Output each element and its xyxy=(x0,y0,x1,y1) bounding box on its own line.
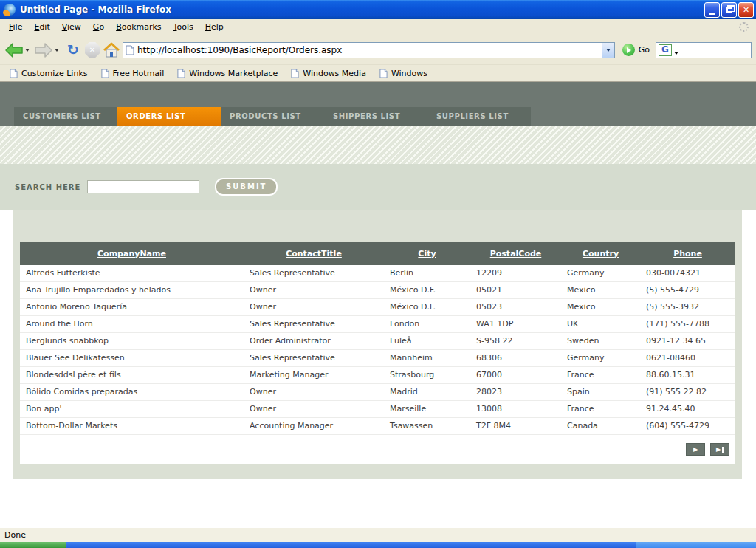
minimize-button[interactable] xyxy=(704,2,720,18)
title-bar: Untitled Page - Mozilla Firefox ✕ xyxy=(0,0,756,19)
menu-item[interactable]: Go xyxy=(87,20,110,34)
column-header-link[interactable]: CompanyName xyxy=(20,249,244,258)
menu-item[interactable]: File xyxy=(3,20,28,34)
google-logo-icon[interactable]: G xyxy=(659,44,672,56)
cell-contact-title: Owner xyxy=(244,282,384,299)
forward-button[interactable] xyxy=(34,42,59,58)
go-button[interactable]: Go xyxy=(622,44,650,56)
cell-postal-code: 12209 xyxy=(470,265,561,282)
address-bar[interactable]: http://localhost:1090/BasicReport/Orders… xyxy=(123,42,615,58)
url-text[interactable]: http://localhost:1090/BasicReport/Orders… xyxy=(137,45,602,55)
menu-item[interactable]: View xyxy=(56,20,87,34)
cell-country: UK xyxy=(561,316,640,333)
forward-arrow-icon xyxy=(34,42,53,58)
cell-city: Berlin xyxy=(384,265,470,282)
go-arrow-icon xyxy=(622,44,635,56)
table-row: Berglunds snabbköp Order Administrator L… xyxy=(20,333,735,350)
cell-country: Mexico xyxy=(561,299,640,316)
home-button[interactable] xyxy=(102,41,121,60)
bookmark-item[interactable]: Windows Marketplace xyxy=(171,69,284,78)
close-button[interactable]: ✕ xyxy=(738,2,754,18)
cell-contact-title: Sales Representative xyxy=(244,316,384,333)
stop-button[interactable]: ✕ xyxy=(83,41,102,60)
forward-dropdown-icon[interactable] xyxy=(55,49,59,52)
cell-postal-code: 05023 xyxy=(470,299,561,316)
cell-country: Germany xyxy=(561,265,640,282)
web-search-input[interactable]: G xyxy=(656,42,752,58)
tab-label: SUPPLIERS LIST xyxy=(436,112,509,120)
bookmark-item[interactable]: Customize Links xyxy=(3,69,94,78)
grid-body: Alfreds Futterkiste Sales Representative… xyxy=(20,265,735,435)
site-tab-strip: CUSTOMERS LIST ORDERS LIST PRODUCTS LIST… xyxy=(14,107,531,126)
site-nav-tab[interactable]: SUPPLIERS LIST xyxy=(427,107,531,126)
reload-button[interactable]: ↻ xyxy=(63,41,83,60)
column-header-link[interactable]: Phone xyxy=(640,249,735,258)
stop-icon: ✕ xyxy=(85,42,100,58)
cell-company-name: Blauer See Delikatessen xyxy=(20,350,244,367)
back-button[interactable] xyxy=(4,42,30,58)
grid-header-row: CompanyNameContactTitleCityPostalCodeCou… xyxy=(20,242,735,265)
address-dropdown-button[interactable] xyxy=(602,43,614,58)
cell-company-name: Ana Trujillo Emparedados y helados xyxy=(20,282,244,299)
menu-item[interactable]: Help xyxy=(199,20,230,34)
table-row: Blondesddsl père et fils Marketing Manag… xyxy=(20,367,735,384)
table-row: Bólido Comidas preparadas Owner Madrid 2… xyxy=(20,384,735,401)
tab-label: PRODUCTS LIST xyxy=(230,112,301,120)
column-header-link[interactable]: Country xyxy=(561,249,640,258)
throbber-icon xyxy=(739,22,749,32)
search-engine-dropdown-icon[interactable] xyxy=(674,52,678,55)
cell-phone: (5) 555-4729 xyxy=(640,282,735,299)
cell-company-name: Bottom-Dollar Markets xyxy=(20,418,244,435)
submit-button[interactable]: SUBMIT xyxy=(215,178,278,196)
last-page-button[interactable]: ▶ xyxy=(710,443,729,456)
bookmark-item[interactable]: Free Hotmail xyxy=(94,69,171,78)
cell-company-name: Berglunds snabbköp xyxy=(20,333,244,350)
cell-country: France xyxy=(561,401,640,418)
status-text: Done xyxy=(4,530,26,540)
tab-label: SHIPPERS LIST xyxy=(333,112,400,120)
restore-icon xyxy=(726,7,732,13)
table-row: Blauer See Delikatessen Sales Representa… xyxy=(20,350,735,367)
start-button[interactable] xyxy=(0,542,66,548)
table-row: Alfreds Futterkiste Sales Representative… xyxy=(20,265,735,282)
cell-contact-title: Owner xyxy=(244,299,384,316)
next-page-button[interactable]: ▶ xyxy=(686,443,705,456)
search-label: SEARCH HERE xyxy=(15,183,87,191)
cell-phone: (5) 555-3932 xyxy=(640,299,735,316)
cell-city: Mannheim xyxy=(384,350,470,367)
site-nav-tab[interactable]: ORDERS LIST xyxy=(117,107,221,126)
cell-city: Luleå xyxy=(384,333,470,350)
column-header-link[interactable]: ContactTitle xyxy=(244,249,384,258)
cell-postal-code: 68306 xyxy=(470,350,561,367)
reload-icon: ↻ xyxy=(67,43,79,57)
site-nav-tab[interactable]: CUSTOMERS LIST xyxy=(14,107,117,126)
cell-contact-title: Accounting Manager xyxy=(244,418,384,435)
table-row: Antonio Moreno Taquería Owner México D.F… xyxy=(20,299,735,316)
back-dropdown-icon[interactable] xyxy=(25,49,30,52)
menu-item[interactable]: Edit xyxy=(28,20,55,34)
menu-item[interactable]: Bookmarks xyxy=(110,20,167,34)
menu-item[interactable]: Tools xyxy=(168,20,199,34)
page-icon xyxy=(126,45,134,55)
restore-button[interactable] xyxy=(721,2,737,18)
home-icon xyxy=(103,42,120,58)
column-header-link[interactable]: PostalCode xyxy=(470,249,561,258)
bookmark-item[interactable]: Windows Media xyxy=(284,69,373,78)
bookmark-item[interactable]: Windows xyxy=(373,69,434,78)
cell-postal-code: 05021 xyxy=(470,282,561,299)
firefox-icon xyxy=(4,4,16,16)
taskbar-middle xyxy=(66,542,636,548)
taskbar-tray xyxy=(636,542,756,548)
status-bar: Done xyxy=(0,527,756,542)
cell-city: Tsawassen xyxy=(384,418,470,435)
site-nav-tab[interactable]: PRODUCTS LIST xyxy=(221,107,324,126)
cell-company-name: Bólido Comidas preparadas xyxy=(20,384,244,401)
cell-phone: 030-0074321 xyxy=(640,265,735,282)
bookmark-label: Windows Media xyxy=(303,69,366,78)
cell-postal-code: 13008 xyxy=(470,401,561,418)
window-title: Untitled Page - Mozilla Firefox xyxy=(20,4,704,15)
site-nav-tab[interactable]: SHIPPERS LIST xyxy=(324,107,427,126)
search-input[interactable] xyxy=(87,180,199,193)
table-row: Around the Horn Sales Representative Lon… xyxy=(20,316,735,333)
column-header-link[interactable]: City xyxy=(384,249,470,258)
